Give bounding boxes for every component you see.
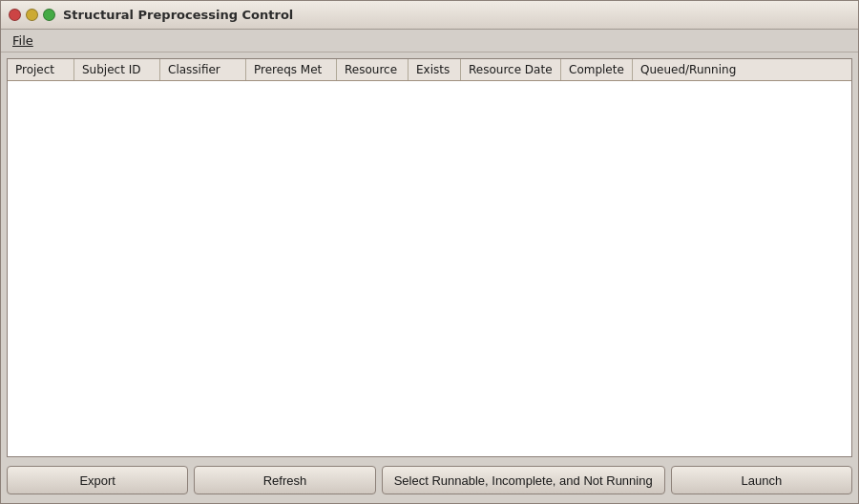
- col-header-complete: Complete: [561, 59, 633, 80]
- col-header-resource-date: Resource Date: [461, 59, 561, 80]
- window-controls: [9, 9, 55, 21]
- col-header-resource: Resource: [337, 59, 409, 80]
- main-window: Structural Preprocessing Control File Pr…: [0, 0, 859, 504]
- bottom-bar: Export Refresh Select Runnable, Incomple…: [7, 463, 852, 497]
- window-title: Structural Preprocessing Control: [63, 8, 293, 22]
- maximize-button[interactable]: [43, 9, 55, 21]
- col-header-prereqs-met: Prereqs Met: [246, 59, 337, 80]
- launch-button[interactable]: Launch: [671, 466, 852, 494]
- close-button[interactable]: [9, 9, 21, 21]
- col-header-queued-running: Queued/Running: [633, 59, 851, 80]
- main-content: Project Subject ID Classifier Prereqs Me…: [1, 52, 858, 503]
- file-menu[interactable]: File: [5, 32, 41, 50]
- export-button[interactable]: Export: [7, 466, 188, 494]
- title-bar: Structural Preprocessing Control: [1, 1, 858, 30]
- table-body: [8, 81, 851, 456]
- table-header: Project Subject ID Classifier Prereqs Me…: [8, 59, 851, 81]
- col-header-classifier: Classifier: [160, 59, 246, 80]
- col-header-project: Project: [8, 59, 74, 80]
- minimize-button[interactable]: [26, 9, 38, 21]
- data-table: Project Subject ID Classifier Prereqs Me…: [7, 58, 852, 457]
- refresh-button[interactable]: Refresh: [194, 466, 375, 494]
- select-runnable-button[interactable]: Select Runnable, Incomplete, and Not Run…: [382, 466, 665, 494]
- col-header-subject-id: Subject ID: [74, 59, 160, 80]
- col-header-exists: Exists: [409, 59, 461, 80]
- menu-bar: File: [1, 30, 858, 52]
